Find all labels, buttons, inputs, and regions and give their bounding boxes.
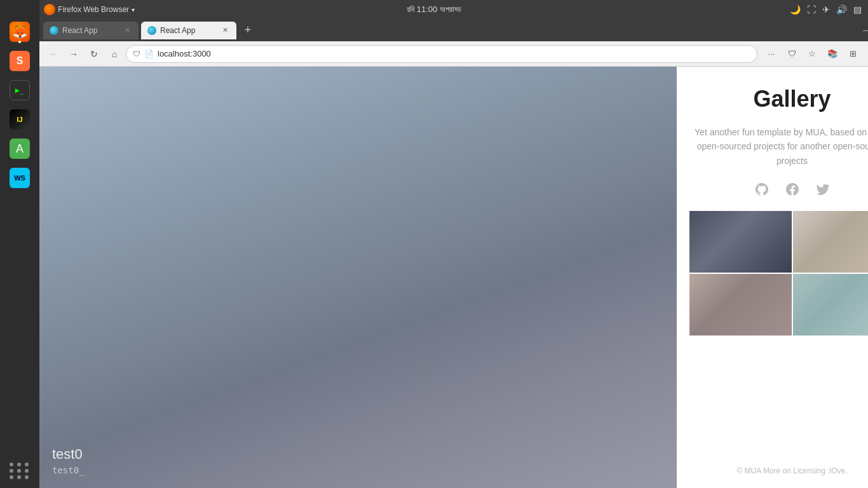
gallery-grid <box>689 211 868 336</box>
top-bar-right: 🌙 ⛶ ✈ 🔊 ▤ <box>790 4 862 15</box>
gallery-item-2[interactable] <box>793 211 869 273</box>
content-area: test0 test0_ Gallery Yet another fun tem… <box>39 67 868 488</box>
page-icon: 📄 <box>144 50 154 58</box>
twitter-icon[interactable] <box>814 180 832 198</box>
footer-text: © MUA More on Licensing :lOve. <box>736 466 847 475</box>
gallery-item-3[interactable] <box>689 274 792 336</box>
forward-button[interactable]: → <box>65 45 83 63</box>
airplane-icon[interactable]: ✈ <box>822 4 830 15</box>
browser-container: React App ✕ React App ✕ + ─ □ ✕ <box>39 19 868 488</box>
taskbar-sublime[interactable]: S <box>7 48 32 74</box>
github-icon[interactable] <box>753 180 771 198</box>
system-tray-icon[interactable]: ▤ <box>853 4 862 15</box>
firefox-app-icon: 🦊 <box>10 22 30 42</box>
gallery-title: Gallery <box>753 86 831 112</box>
taskbar-firefox[interactable]: 🦊 <box>7 19 32 44</box>
left-taskbar: 🦊 S ▶_ IJ A WS <box>0 0 39 488</box>
nav-actions: ··· 🛡 ☆ 📚 ⊞ 👤 ☰ <box>763 45 868 63</box>
right-panel: Gallery Yet another fun template by MUA,… <box>677 67 868 488</box>
sub-title: test0_ <box>52 465 677 475</box>
top-bar: Activities Firefox Web Browser ▾ রবি 11:… <box>0 0 868 19</box>
window-controls: ─ □ ✕ <box>860 24 868 37</box>
moon-icon[interactable]: 🌙 <box>790 4 801 15</box>
chevron-down-icon: ▾ <box>132 6 135 13</box>
back-button[interactable]: ← <box>44 45 62 63</box>
right-footer: © MUA More on Licensing :lOve. <box>736 454 847 488</box>
shield-button[interactable]: 🛡 <box>783 45 801 63</box>
url-text[interactable]: localhost:3000 <box>158 49 750 58</box>
left-panel: test0 test0_ <box>39 67 677 488</box>
home-button[interactable]: ⌂ <box>105 45 123 63</box>
browser-name-label: Firefox Web Browser <box>58 5 129 14</box>
taskbar-webstorm[interactable]: WS <box>7 165 32 191</box>
network-icon[interactable]: ⛶ <box>807 4 816 15</box>
new-tab-button[interactable]: + <box>239 22 257 39</box>
tab-favicon-1 <box>50 26 58 35</box>
taskbar-terminal[interactable]: ▶_ <box>7 78 32 103</box>
tab-title-1: React App <box>62 26 118 35</box>
tab-1[interactable]: React App ✕ <box>43 22 139 39</box>
top-bar-center: রবি 11:00 অপরাহ্ড <box>407 4 461 15</box>
tab-title-2: React App <box>160 26 216 35</box>
main-area: 🦊 S ▶_ IJ A WS <box>0 19 868 488</box>
taskbar-dot <box>18 41 21 43</box>
android-app-icon: A <box>10 139 30 159</box>
tab-close-2[interactable]: ✕ <box>220 25 230 36</box>
taskbar-intellij[interactable]: IJ <box>7 107 32 132</box>
terminal-app-icon: ▶_ <box>10 80 30 100</box>
address-bar[interactable]: 🛡 📄 localhost:3000 <box>126 45 757 63</box>
volume-icon[interactable]: 🔊 <box>836 4 847 15</box>
webstorm-app-icon: WS <box>10 168 30 188</box>
left-panel-text: test0 test0_ <box>52 446 677 475</box>
facebook-icon[interactable] <box>783 180 801 198</box>
taskbar-android[interactable]: A <box>7 136 32 161</box>
intellij-app-icon: IJ <box>10 109 30 130</box>
minimize-button[interactable]: ─ <box>860 24 868 37</box>
firefox-menu-icon[interactable]: Firefox Web Browser ▾ <box>44 4 135 15</box>
app-grid-btn[interactable] <box>7 460 32 482</box>
dots-grid-icon <box>7 460 32 482</box>
sidebar-toggle-button[interactable]: ⊞ <box>844 45 862 63</box>
sublime-app-icon: S <box>10 51 30 71</box>
reload-button[interactable]: ↻ <box>85 45 103 63</box>
gallery-item-4[interactable] <box>793 274 869 336</box>
gallery-item-1[interactable] <box>689 211 792 273</box>
datetime-label: রবি 11:00 অপরাহ্ড <box>407 4 461 14</box>
bookmarks-sidebar-button[interactable]: 📚 <box>824 45 841 63</box>
more-options-button[interactable]: ··· <box>763 45 780 63</box>
user-icon[interactable]: 👤 <box>864 45 868 63</box>
main-title: test0 <box>52 446 677 463</box>
security-icon: 🛡 <box>133 50 140 58</box>
social-icons <box>753 180 832 198</box>
bookmark-button[interactable]: ☆ <box>803 45 821 63</box>
tab-close-1[interactable]: ✕ <box>122 25 132 36</box>
tab-favicon-2 <box>147 26 156 35</box>
tab-2-active[interactable]: React App ✕ <box>141 22 236 39</box>
title-bar: React App ✕ React App ✕ + ─ □ ✕ <box>39 19 868 41</box>
firefox-icon <box>44 4 55 15</box>
gallery-description: Yet another fun template by MUA, based o… <box>689 125 868 168</box>
os-wrapper: Activities Firefox Web Browser ▾ রবি 11:… <box>0 0 868 488</box>
nav-bar: ← → ↻ ⌂ 🛡 📄 localhost:3000 ··· 🛡 ☆ 📚 ⊞ 👤… <box>39 41 868 67</box>
